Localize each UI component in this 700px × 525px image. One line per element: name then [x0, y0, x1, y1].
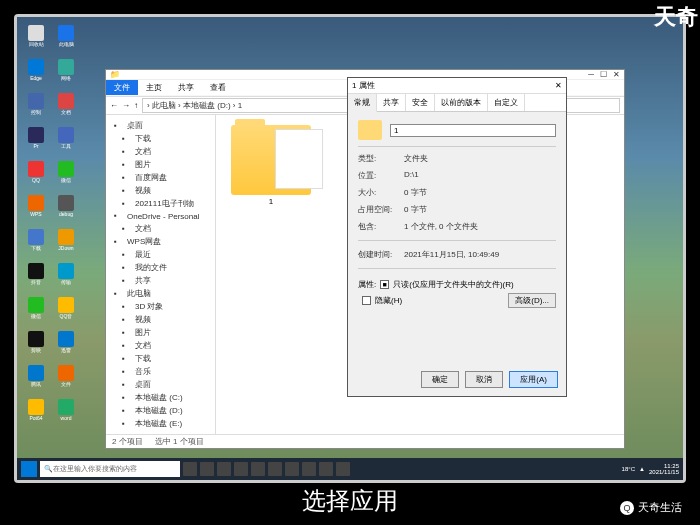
size-value: 0 字节	[404, 187, 427, 198]
desktop-icon[interactable]: 微信	[23, 297, 49, 327]
cancel-button[interactable]: 取消	[465, 371, 503, 388]
desktop-icon[interactable]: Pr	[23, 127, 49, 157]
nav-item[interactable]: ▪图片	[110, 158, 211, 171]
folder-large-icon	[231, 125, 311, 195]
folder-icon: ▪	[122, 380, 132, 390]
desktop-icon[interactable]: Edge	[23, 59, 49, 89]
desktop-icon[interactable]: 网络	[53, 59, 79, 89]
nav-item[interactable]: ▪本地磁盘 (C:)	[110, 391, 211, 404]
nav-item[interactable]: ▪视频	[110, 184, 211, 197]
close-icon[interactable]: ✕	[613, 70, 620, 79]
desktop-icon[interactable]: 迅雷	[53, 331, 79, 361]
desktop-icon[interactable]: 控制	[23, 93, 49, 123]
properties-tab[interactable]: 共享	[377, 94, 406, 111]
nav-item[interactable]: ▪共享	[110, 274, 211, 287]
task-view-icon[interactable]	[183, 462, 197, 476]
minimize-icon[interactable]: ─	[588, 70, 594, 79]
tab-share[interactable]: 共享	[170, 80, 202, 95]
desktop-icon[interactable]: 工具	[53, 127, 79, 157]
explorer-nav-pane[interactable]: ▪桌面▪下载▪文档▪图片▪百度网盘▪视频▪202111电子刊物▪OneDrive…	[106, 115, 216, 434]
nav-item[interactable]: ▪文档	[110, 339, 211, 352]
taskbar: 🔍 在这里输入你要搜索的内容 18°C ▲ 11:25 2021/11/15	[17, 458, 683, 480]
desktop-icon[interactable]: 下载	[23, 229, 49, 259]
nav-item[interactable]: ▪我的文件	[110, 261, 211, 274]
folder-icon: ▪	[122, 276, 132, 286]
desktop-icon[interactable]: QQ音	[53, 297, 79, 327]
name-field[interactable]	[390, 124, 556, 137]
desktop-icon[interactable]: 腾讯	[23, 365, 49, 395]
nav-item[interactable]: ▪桌面	[110, 119, 211, 132]
properties-tab[interactable]: 常规	[348, 94, 377, 112]
apply-button[interactable]: 应用(A)	[509, 371, 558, 388]
desktop-icon[interactable]: word	[53, 399, 79, 429]
desktop-icon[interactable]: 文件	[53, 365, 79, 395]
readonly-checkbox[interactable]: ■	[380, 280, 389, 289]
properties-titlebar[interactable]: 1 属性 ✕	[348, 78, 566, 94]
desktop-icon[interactable]: 传输	[53, 263, 79, 293]
nav-item[interactable]: ▪本地磁盘 (E:)	[110, 417, 211, 430]
taskbar-search[interactable]: 🔍 在这里输入你要搜索的内容	[40, 461, 180, 477]
monitor-frame: 回收站此电脑Edge网络控制文档Pr工具QQ微信WPSdebug下载JDown抖…	[14, 14, 686, 483]
desktop-icon[interactable]: 文档	[53, 93, 79, 123]
desktop-icon[interactable]: 此电脑	[53, 25, 79, 55]
clock-date: 2021/11/15	[649, 469, 679, 475]
close-icon[interactable]: ✕	[555, 81, 562, 90]
desktop-icon[interactable]: 剪映	[23, 331, 49, 361]
folder-item[interactable]: 1	[226, 125, 316, 206]
nav-item[interactable]: ▪下载	[110, 132, 211, 145]
tray-icon[interactable]: ▲	[639, 466, 645, 472]
nav-item[interactable]: ▪图片	[110, 326, 211, 339]
forward-icon[interactable]: →	[122, 101, 130, 110]
nav-item[interactable]: ▪桌面	[110, 378, 211, 391]
nav-item[interactable]: ▪最近	[110, 248, 211, 261]
taskbar-app-icon[interactable]	[251, 462, 265, 476]
up-icon[interactable]: ↑	[134, 101, 138, 110]
nav-item[interactable]: ▪本地磁盘 (D:)	[110, 404, 211, 417]
taskbar-app-icon[interactable]	[336, 462, 350, 476]
desktop-icon[interactable]: 抖音	[23, 263, 49, 293]
tab-file[interactable]: 文件	[106, 80, 138, 95]
taskbar-app-icon[interactable]	[268, 462, 282, 476]
system-tray[interactable]: 18°C ▲ 11:25 2021/11/15	[622, 463, 679, 475]
nav-item[interactable]: ▪视频	[110, 313, 211, 326]
desktop-icon[interactable]: QQ	[23, 161, 49, 191]
desktop-icon[interactable]: 回收站	[23, 25, 49, 55]
advanced-button[interactable]: 高级(D)...	[508, 293, 556, 308]
hidden-checkbox[interactable]	[362, 296, 371, 305]
maximize-icon[interactable]: ☐	[600, 70, 607, 79]
folder-icon: ▪	[122, 315, 132, 325]
taskbar-app-icon[interactable]	[319, 462, 333, 476]
properties-tab[interactable]: 以前的版本	[435, 94, 488, 111]
taskbar-app-icon[interactable]	[200, 462, 214, 476]
created-label: 创建时间:	[358, 249, 404, 260]
properties-tab[interactable]: 自定义	[488, 94, 525, 111]
properties-tab[interactable]: 安全	[406, 94, 435, 111]
nav-item[interactable]: ▪此电脑	[110, 287, 211, 300]
folder-icon: ▪	[114, 237, 124, 247]
nav-item[interactable]: ▪下载	[110, 352, 211, 365]
taskbar-app-icon[interactable]	[217, 462, 231, 476]
tab-view[interactable]: 查看	[202, 80, 234, 95]
nav-item[interactable]: ▪WPS网盘	[110, 235, 211, 248]
nav-item[interactable]: ▪百度网盘	[110, 171, 211, 184]
tab-home[interactable]: 主页	[138, 80, 170, 95]
nav-item[interactable]: ▪文档	[110, 145, 211, 158]
desktop-icon[interactable]: WPS	[23, 195, 49, 225]
taskbar-app-icon[interactable]	[285, 462, 299, 476]
nav-item[interactable]: ▪3D 对象	[110, 300, 211, 313]
taskbar-app-icon[interactable]	[302, 462, 316, 476]
nav-item[interactable]: ▪202111电子刊物	[110, 197, 211, 210]
weather-widget[interactable]: 18°C	[622, 466, 635, 472]
desktop-icon[interactable]: Pot64	[23, 399, 49, 429]
taskbar-app-icon[interactable]	[234, 462, 248, 476]
nav-item[interactable]: ▪文档	[110, 222, 211, 235]
desktop-icon[interactable]: JDown	[53, 229, 79, 259]
nav-item[interactable]: ▪音乐	[110, 365, 211, 378]
desktop-icon[interactable]: 微信	[53, 161, 79, 191]
start-button[interactable]	[21, 461, 37, 477]
properties-dialog: 1 属性 ✕ 常规共享安全以前的版本自定义 类型:文件夹 位置:D:\1 大小:…	[347, 77, 567, 397]
ok-button[interactable]: 确定	[421, 371, 459, 388]
desktop-icon[interactable]: debug	[53, 195, 79, 225]
back-icon[interactable]: ←	[110, 101, 118, 110]
nav-item[interactable]: ▪OneDrive - Personal	[110, 210, 211, 222]
